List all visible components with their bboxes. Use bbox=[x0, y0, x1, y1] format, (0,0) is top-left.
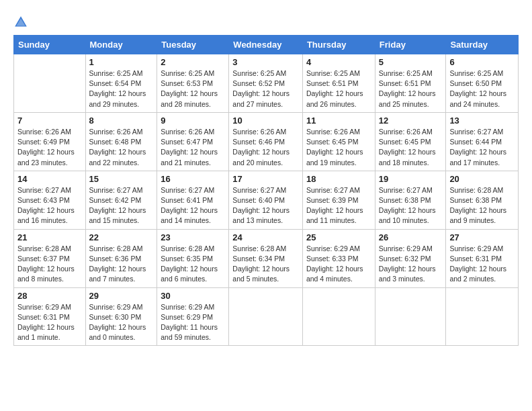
calendar-cell: 26Sunrise: 6:29 AM Sunset: 6:32 PM Dayli… bbox=[375, 229, 446, 287]
calendar-cell bbox=[302, 287, 375, 346]
day-number: 18 bbox=[306, 174, 371, 184]
calendar-cell: 18Sunrise: 6:27 AM Sunset: 6:39 PM Dayli… bbox=[302, 171, 375, 229]
week-row-3: 14Sunrise: 6:27 AM Sunset: 6:43 PM Dayli… bbox=[14, 171, 519, 229]
calendar-cell: 6Sunrise: 6:25 AM Sunset: 6:50 PM Daylig… bbox=[446, 54, 519, 113]
day-number: 7 bbox=[17, 116, 82, 126]
day-number: 28 bbox=[17, 291, 82, 301]
calendar-cell: 21Sunrise: 6:28 AM Sunset: 6:37 PM Dayli… bbox=[14, 229, 86, 287]
column-header-wednesday: Wednesday bbox=[229, 36, 303, 54]
day-number: 4 bbox=[306, 57, 371, 67]
day-info: Sunrise: 6:27 AM Sunset: 6:41 PM Dayligh… bbox=[161, 185, 225, 226]
calendar-cell: 19Sunrise: 6:27 AM Sunset: 6:38 PM Dayli… bbox=[375, 171, 446, 229]
logo-icon bbox=[13, 15, 28, 30]
day-number: 8 bbox=[89, 116, 154, 126]
day-number: 9 bbox=[161, 116, 225, 126]
day-number: 2 bbox=[161, 57, 225, 67]
day-number: 11 bbox=[306, 116, 371, 126]
day-info: Sunrise: 6:26 AM Sunset: 6:48 PM Dayligh… bbox=[89, 127, 154, 168]
calendar-cell bbox=[446, 287, 519, 346]
day-number: 29 bbox=[89, 291, 154, 301]
day-info: Sunrise: 6:29 AM Sunset: 6:31 PM Dayligh… bbox=[449, 244, 515, 285]
day-number: 3 bbox=[232, 57, 299, 67]
column-header-monday: Monday bbox=[85, 36, 157, 54]
week-row-4: 21Sunrise: 6:28 AM Sunset: 6:37 PM Dayli… bbox=[14, 229, 519, 287]
day-info: Sunrise: 6:29 AM Sunset: 6:29 PM Dayligh… bbox=[161, 302, 225, 343]
day-info: Sunrise: 6:26 AM Sunset: 6:47 PM Dayligh… bbox=[161, 127, 225, 168]
day-number: 21 bbox=[17, 232, 82, 242]
day-number: 1 bbox=[89, 57, 154, 67]
calendar-cell: 27Sunrise: 6:29 AM Sunset: 6:31 PM Dayli… bbox=[446, 229, 519, 287]
day-number: 16 bbox=[161, 174, 225, 184]
calendar-cell: 15Sunrise: 6:27 AM Sunset: 6:42 PM Dayli… bbox=[85, 171, 157, 229]
day-info: Sunrise: 6:28 AM Sunset: 6:38 PM Dayligh… bbox=[449, 185, 515, 226]
day-number: 30 bbox=[161, 291, 225, 301]
calendar-cell: 5Sunrise: 6:25 AM Sunset: 6:51 PM Daylig… bbox=[375, 54, 446, 113]
calendar-cell bbox=[229, 287, 303, 346]
day-info: Sunrise: 6:28 AM Sunset: 6:37 PM Dayligh… bbox=[17, 244, 82, 285]
day-number: 13 bbox=[449, 116, 515, 126]
calendar-cell: 20Sunrise: 6:28 AM Sunset: 6:38 PM Dayli… bbox=[446, 171, 519, 229]
day-info: Sunrise: 6:25 AM Sunset: 6:54 PM Dayligh… bbox=[89, 68, 154, 109]
day-info: Sunrise: 6:25 AM Sunset: 6:53 PM Dayligh… bbox=[161, 68, 225, 109]
day-number: 14 bbox=[17, 174, 82, 184]
day-number: 26 bbox=[379, 232, 443, 242]
day-info: Sunrise: 6:29 AM Sunset: 6:30 PM Dayligh… bbox=[89, 302, 154, 343]
day-info: Sunrise: 6:29 AM Sunset: 6:31 PM Dayligh… bbox=[17, 302, 82, 343]
day-info: Sunrise: 6:25 AM Sunset: 6:51 PM Dayligh… bbox=[306, 68, 371, 109]
calendar-cell: 11Sunrise: 6:26 AM Sunset: 6:45 PM Dayli… bbox=[302, 112, 375, 171]
day-number: 19 bbox=[379, 174, 443, 184]
calendar-cell: 8Sunrise: 6:26 AM Sunset: 6:48 PM Daylig… bbox=[85, 112, 157, 171]
column-header-saturday: Saturday bbox=[446, 36, 519, 54]
day-info: Sunrise: 6:25 AM Sunset: 6:51 PM Dayligh… bbox=[379, 68, 443, 109]
calendar-cell: 25Sunrise: 6:29 AM Sunset: 6:33 PM Dayli… bbox=[302, 229, 375, 287]
day-number: 22 bbox=[89, 232, 154, 242]
calendar-cell: 30Sunrise: 6:29 AM Sunset: 6:29 PM Dayli… bbox=[157, 287, 229, 346]
calendar: SundayMondayTuesdayWednesdayThursdayFrid… bbox=[13, 35, 519, 346]
calendar-cell: 14Sunrise: 6:27 AM Sunset: 6:43 PM Dayli… bbox=[14, 171, 86, 229]
column-header-thursday: Thursday bbox=[302, 36, 375, 54]
calendar-cell bbox=[14, 54, 86, 113]
day-info: Sunrise: 6:28 AM Sunset: 6:34 PM Dayligh… bbox=[232, 244, 299, 285]
day-info: Sunrise: 6:26 AM Sunset: 6:46 PM Dayligh… bbox=[232, 127, 299, 168]
day-number: 10 bbox=[232, 116, 299, 126]
calendar-cell: 2Sunrise: 6:25 AM Sunset: 6:53 PM Daylig… bbox=[157, 54, 229, 113]
day-number: 25 bbox=[306, 232, 371, 242]
day-number: 27 bbox=[449, 232, 515, 242]
week-row-1: 1Sunrise: 6:25 AM Sunset: 6:54 PM Daylig… bbox=[14, 54, 519, 113]
day-info: Sunrise: 6:27 AM Sunset: 6:38 PM Dayligh… bbox=[379, 185, 443, 226]
day-number: 20 bbox=[449, 174, 515, 184]
calendar-cell: 9Sunrise: 6:26 AM Sunset: 6:47 PM Daylig… bbox=[157, 112, 229, 171]
day-info: Sunrise: 6:25 AM Sunset: 6:52 PM Dayligh… bbox=[232, 68, 299, 109]
day-info: Sunrise: 6:28 AM Sunset: 6:35 PM Dayligh… bbox=[161, 244, 225, 285]
day-info: Sunrise: 6:28 AM Sunset: 6:36 PM Dayligh… bbox=[89, 244, 154, 285]
day-number: 6 bbox=[449, 57, 515, 67]
column-header-tuesday: Tuesday bbox=[157, 36, 229, 54]
day-info: Sunrise: 6:29 AM Sunset: 6:32 PM Dayligh… bbox=[379, 244, 443, 285]
calendar-cell: 22Sunrise: 6:28 AM Sunset: 6:36 PM Dayli… bbox=[85, 229, 157, 287]
calendar-cell: 10Sunrise: 6:26 AM Sunset: 6:46 PM Dayli… bbox=[229, 112, 303, 171]
week-row-2: 7Sunrise: 6:26 AM Sunset: 6:49 PM Daylig… bbox=[14, 112, 519, 171]
column-header-sunday: Sunday bbox=[14, 36, 86, 54]
day-number: 24 bbox=[232, 232, 299, 242]
calendar-cell: 28Sunrise: 6:29 AM Sunset: 6:31 PM Dayli… bbox=[14, 287, 86, 346]
calendar-header-row: SundayMondayTuesdayWednesdayThursdayFrid… bbox=[14, 36, 519, 54]
day-info: Sunrise: 6:27 AM Sunset: 6:43 PM Dayligh… bbox=[17, 185, 82, 226]
calendar-cell: 12Sunrise: 6:26 AM Sunset: 6:45 PM Dayli… bbox=[375, 112, 446, 171]
calendar-cell: 29Sunrise: 6:29 AM Sunset: 6:30 PM Dayli… bbox=[85, 287, 157, 346]
calendar-cell: 17Sunrise: 6:27 AM Sunset: 6:40 PM Dayli… bbox=[229, 171, 303, 229]
calendar-cell: 4Sunrise: 6:25 AM Sunset: 6:51 PM Daylig… bbox=[302, 54, 375, 113]
day-number: 23 bbox=[161, 232, 225, 242]
day-info: Sunrise: 6:27 AM Sunset: 6:42 PM Dayligh… bbox=[89, 185, 154, 226]
day-info: Sunrise: 6:26 AM Sunset: 6:45 PM Dayligh… bbox=[306, 127, 371, 168]
day-info: Sunrise: 6:26 AM Sunset: 6:45 PM Dayligh… bbox=[379, 127, 443, 168]
calendar-cell: 24Sunrise: 6:28 AM Sunset: 6:34 PM Dayli… bbox=[229, 229, 303, 287]
calendar-cell: 7Sunrise: 6:26 AM Sunset: 6:49 PM Daylig… bbox=[14, 112, 86, 171]
day-info: Sunrise: 6:25 AM Sunset: 6:50 PM Dayligh… bbox=[449, 68, 515, 109]
day-info: Sunrise: 6:27 AM Sunset: 6:44 PM Dayligh… bbox=[449, 127, 515, 168]
calendar-cell bbox=[375, 287, 446, 346]
header bbox=[13, 11, 519, 30]
day-number: 5 bbox=[379, 57, 443, 67]
day-number: 12 bbox=[379, 116, 443, 126]
day-info: Sunrise: 6:27 AM Sunset: 6:39 PM Dayligh… bbox=[306, 185, 371, 226]
calendar-cell: 13Sunrise: 6:27 AM Sunset: 6:44 PM Dayli… bbox=[446, 112, 519, 171]
